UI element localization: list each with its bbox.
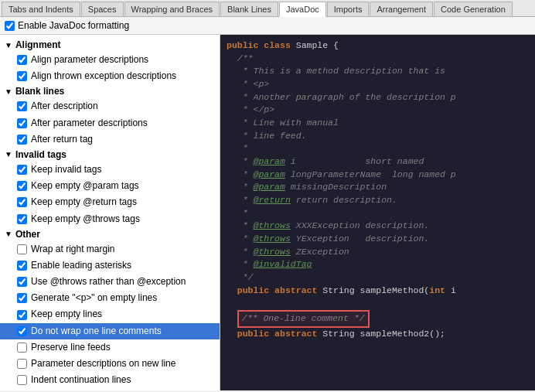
code-line-4: * <p> <box>227 78 529 91</box>
code-line-14: * <box>227 207 529 220</box>
section-other-label: Other <box>15 229 40 240</box>
checkbox-keep-param[interactable] <box>17 181 27 191</box>
code-line-3: * This is a method description that is <box>227 65 529 78</box>
checkbox-wrap-right-margin[interactable] <box>17 244 27 254</box>
enable-javadoc-label: Enable JavaDoc formatting <box>18 20 129 31</box>
code-line-17: * @throws ZException <box>227 246 529 259</box>
checkbox-param-new-line[interactable] <box>17 359 27 369</box>
tab-code-generation[interactable]: Code Generation <box>434 2 513 16</box>
label-indent-continuation: Indent continuation lines <box>31 373 131 387</box>
left-panel: ▼ Alignment Align parameter descriptions… <box>0 35 220 390</box>
section-invalid-tags[interactable]: ▼ Invalid tags <box>0 148 220 162</box>
item-generate-p[interactable]: Generate "<p>" on empty lines <box>0 290 220 306</box>
code-line-21 <box>227 297 529 310</box>
tab-arrangement[interactable]: Arrangement <box>370 2 433 16</box>
checkbox-keep-throws[interactable] <box>17 214 27 224</box>
label-after-param: After parameter descriptions <box>31 116 148 131</box>
label-no-wrap-one-line: Do not wrap one line comments <box>31 324 162 339</box>
item-param-new-line[interactable]: Parameter descriptions on new line <box>0 356 220 372</box>
tab-tabs-and-indents[interactable]: Tabs and Indents <box>2 2 80 16</box>
label-keep-return: Keep empty @return tags <box>31 195 137 210</box>
item-keep-param[interactable]: Keep empty @param tags <box>0 178 220 194</box>
label-wrap-right-margin: Wrap at right margin <box>31 242 115 257</box>
checkbox-preserve-line-feeds[interactable] <box>17 343 27 353</box>
code-line-16: * @throws YException description. <box>227 233 529 246</box>
item-keep-throws[interactable]: Keep empty @throws tags <box>0 211 220 227</box>
top-tab-bar: Tabs and Indents Spaces Wrapping and Bra… <box>0 0 535 17</box>
code-line-18: * @invalidTag <box>227 258 529 271</box>
code-line-23: public abstract String sampleMethod2(); <box>227 328 529 341</box>
label-leading-asterisks: Enable leading asterisks <box>31 258 131 273</box>
tab-wrapping-and-braces[interactable]: Wrapping and Braces <box>124 2 220 16</box>
arrow-invalid-tags: ▼ <box>5 150 12 159</box>
arrow-blank-lines: ▼ <box>5 87 12 96</box>
item-after-return[interactable]: After return tag <box>0 131 220 148</box>
code-line-5: * Another paragraph of the description p <box>227 91 529 104</box>
checkbox-after-desc[interactable] <box>17 101 27 111</box>
item-use-throws[interactable]: Use @throws rather than @exception <box>0 274 220 290</box>
code-line-1: public class Sample { <box>227 39 529 53</box>
label-after-return: After return tag <box>31 132 93 147</box>
section-blank-lines-label: Blank lines <box>15 86 64 97</box>
item-no-wrap-one-line[interactable]: Do not wrap one line comments <box>0 323 220 339</box>
item-keep-empty-lines[interactable]: Keep empty lines <box>0 306 220 322</box>
tab-imports[interactable]: Imports <box>327 2 370 16</box>
code-line-10: * @param i short named <box>227 155 529 169</box>
code-line-6: * </p> <box>227 104 529 117</box>
section-other[interactable]: ▼ Other <box>0 227 220 241</box>
item-keep-invalid[interactable]: Keep invalid tags <box>0 162 220 178</box>
label-after-desc: After description <box>31 99 98 114</box>
item-leading-asterisks[interactable]: Enable leading asterisks <box>0 257 220 274</box>
code-line-2: /** <box>227 53 529 66</box>
checkbox-after-return[interactable] <box>17 135 27 145</box>
code-preview: public class Sample { /** * This is a me… <box>220 35 535 390</box>
item-after-desc[interactable]: After description <box>0 98 220 114</box>
label-keep-empty-lines: Keep empty lines <box>31 307 102 322</box>
tab-javadoc[interactable]: JavaDoc <box>279 2 326 17</box>
code-line-7: * Line with manual <box>227 117 529 130</box>
checkbox-keep-empty-lines[interactable] <box>17 310 27 320</box>
checkbox-align-thrown[interactable] <box>17 71 27 81</box>
arrow-other: ▼ <box>5 230 12 238</box>
label-align-thrown: Align thrown exception descriptions <box>31 69 176 84</box>
checkbox-keep-invalid[interactable] <box>17 165 27 175</box>
code-line-9: * <box>227 142 529 155</box>
checkbox-leading-asterisks[interactable] <box>17 261 27 271</box>
label-use-throws: Use @throws rather than @exception <box>31 274 186 289</box>
section-blank-lines[interactable]: ▼ Blank lines <box>0 84 220 98</box>
label-keep-throws: Keep empty @throws tags <box>31 212 140 227</box>
tab-blank-lines[interactable]: Blank Lines <box>220 2 278 16</box>
section-invalid-tags-label: Invalid tags <box>15 149 66 160</box>
label-generate-p: Generate "<p>" on empty lines <box>31 291 157 305</box>
enable-javadoc-checkbox[interactable] <box>5 21 15 31</box>
code-line-11: * @param longParameterName long named p <box>227 169 529 182</box>
code-line-13: * @return return description. <box>227 194 529 207</box>
item-after-param[interactable]: After parameter descriptions <box>0 115 220 131</box>
section-alignment-label: Alignment <box>15 39 61 50</box>
tab-spaces[interactable]: Spaces <box>81 2 124 16</box>
main-area: Enable JavaDoc formatting ▼ Alignment Al… <box>0 17 535 390</box>
checkbox-indent-continuation[interactable] <box>17 375 27 385</box>
item-wrap-right-margin[interactable]: Wrap at right margin <box>0 241 220 257</box>
checkbox-no-wrap-one-line[interactable] <box>17 326 27 336</box>
label-keep-param: Keep empty @param tags <box>31 179 139 193</box>
checkbox-use-throws[interactable] <box>17 277 27 287</box>
item-align-param[interactable]: Align parameter descriptions <box>0 52 220 68</box>
enable-javadoc-row: Enable JavaDoc formatting <box>0 17 535 35</box>
checkbox-keep-return[interactable] <box>17 197 27 207</box>
label-keep-invalid: Keep invalid tags <box>31 162 101 177</box>
code-line-15: * @throws XXXException description. <box>227 220 529 233</box>
item-keep-return[interactable]: Keep empty @return tags <box>0 194 220 210</box>
checkbox-after-param[interactable] <box>17 118 27 128</box>
arrow-alignment: ▼ <box>5 41 12 49</box>
item-align-thrown[interactable]: Align thrown exception descriptions <box>0 68 220 84</box>
item-preserve-line-feeds[interactable]: Preserve line feeds <box>0 339 220 356</box>
section-alignment[interactable]: ▼ Alignment <box>0 38 220 52</box>
checkbox-align-param[interactable] <box>17 55 27 65</box>
checkbox-generate-p[interactable] <box>17 293 27 303</box>
label-preserve-line-feeds: Preserve line feeds <box>31 340 111 355</box>
item-indent-continuation[interactable]: Indent continuation lines <box>0 372 220 388</box>
label-param-new-line: Parameter descriptions on new line <box>31 356 175 371</box>
code-line-12: * @param missingDescription <box>227 181 529 194</box>
content-area: ▼ Alignment Align parameter descriptions… <box>0 35 535 390</box>
